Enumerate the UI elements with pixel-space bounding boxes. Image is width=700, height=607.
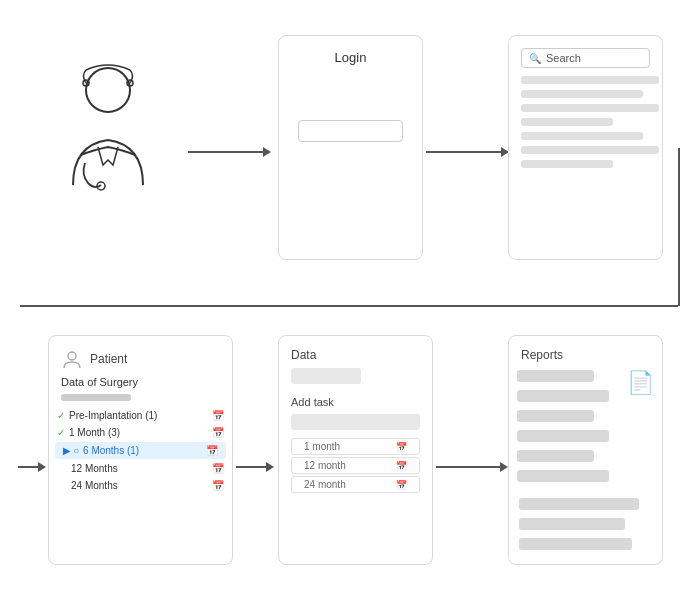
arrow-patient-to-data <box>236 462 274 472</box>
timeline-label-5: 24 Months <box>71 480 212 491</box>
connector-vertical <box>678 148 680 306</box>
patient-header: Patient <box>49 336 232 374</box>
report-row-3 <box>517 410 594 422</box>
search-bar[interactable]: 🔍 Search <box>521 48 650 68</box>
data-row-12month: 12 month 📅 <box>291 457 420 474</box>
svg-point-0 <box>86 68 130 112</box>
surgery-title: Data of Surgery <box>49 374 232 392</box>
arrow-login-to-search <box>426 147 509 157</box>
cal-icon-2: 📅 <box>212 427 224 438</box>
timeline-item-2: ✓ 1 Month (3) 📅 <box>49 424 232 441</box>
timeline-item-3: ▶ ○ 6 Months (1) 📅 <box>55 442 226 459</box>
arrow-to-patient <box>18 462 46 472</box>
document-icon: 📄 <box>627 370 654 490</box>
cal-icon-4: 📅 <box>212 463 224 474</box>
timeline-item-5: 24 Months 📅 <box>49 477 232 494</box>
add-task-label: Add task <box>279 392 432 412</box>
circle-icon: ○ <box>73 445 79 456</box>
list-row-6 <box>521 146 659 154</box>
timeline-label-2: 1 Month (3) <box>69 427 212 438</box>
search-label: Search <box>546 52 581 64</box>
list-row-3 <box>521 104 659 112</box>
connector-horizontal <box>20 305 678 307</box>
report-row-1 <box>517 370 594 382</box>
arrow-data-to-reports <box>436 462 508 472</box>
reports-title: Reports <box>509 336 662 370</box>
timeline-label-4: 12 Months <box>71 463 212 474</box>
report-placeholder-3 <box>519 538 632 550</box>
data-card: Data Add task 1 month 📅 12 month 📅 24 mo… <box>278 335 433 565</box>
cal-icon-1: 📅 <box>212 410 224 421</box>
cal-icon-5: 📅 <box>212 480 224 491</box>
list-row-5 <box>521 132 643 140</box>
login-card: Login <box>278 35 423 260</box>
report-placeholder-2 <box>519 518 625 530</box>
login-title: Login <box>279 36 422 75</box>
list-row-2 <box>521 90 643 98</box>
report-row-5 <box>517 450 594 462</box>
surgery-bar <box>61 394 131 401</box>
timeline-item-4: 12 Months 📅 <box>49 460 232 477</box>
report-row-2 <box>517 390 609 402</box>
check-icon-1: ✓ <box>57 410 65 421</box>
data-row-24month: 24 month 📅 <box>291 476 420 493</box>
arrow-doctor-to-login <box>188 147 271 157</box>
doctor-icon <box>43 55 173 215</box>
cal-small-2: 📅 <box>396 461 407 471</box>
search-list-card: 🔍 Search <box>508 35 663 260</box>
search-icon: 🔍 <box>529 53 541 64</box>
list-row-4 <box>521 118 613 126</box>
cal-small-3: 📅 <box>396 480 407 490</box>
list-row-1 <box>521 76 659 84</box>
timeline-item-1: ✓ Pre-Implantation (1) 📅 <box>49 407 232 424</box>
list-row-7 <box>521 160 613 168</box>
data-title: Data <box>279 336 432 366</box>
report-row-4 <box>517 430 609 442</box>
patient-name: Patient <box>90 352 127 366</box>
patient-card: Patient Data of Surgery ✓ Pre-Implantati… <box>48 335 233 565</box>
report-row-6 <box>517 470 609 482</box>
reports-card: Reports 📄 <box>508 335 663 565</box>
timeline-label-3: 6 Months (1) <box>83 445 206 456</box>
data-row-1month: 1 month 📅 <box>291 438 420 455</box>
cal-icon-3: 📅 <box>206 445 218 456</box>
data-task-input <box>291 414 420 430</box>
patient-avatar-icon <box>61 348 83 370</box>
timeline-label-1: Pre-Implantation (1) <box>69 410 212 421</box>
doctor-card <box>30 55 185 240</box>
arrow-right-icon: ▶ <box>63 445 71 456</box>
svg-point-4 <box>68 352 76 360</box>
cal-small-1: 📅 <box>396 442 407 452</box>
data-input-mock <box>291 368 361 384</box>
login-input-mock <box>298 120 403 142</box>
check-icon-2: ✓ <box>57 427 65 438</box>
reports-content: 📄 <box>509 370 662 490</box>
reports-rows <box>517 370 619 490</box>
report-placeholder-1 <box>519 498 639 510</box>
